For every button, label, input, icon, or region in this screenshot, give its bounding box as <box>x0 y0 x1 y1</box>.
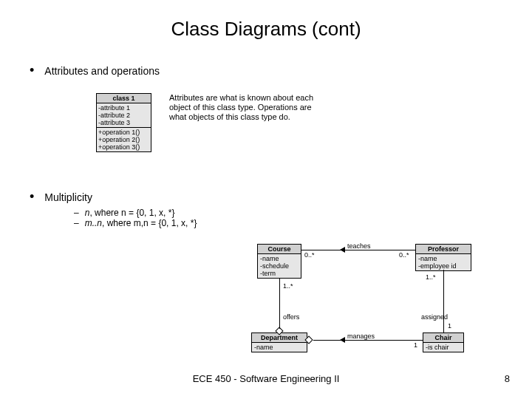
mult-1a: 1 <box>448 322 451 330</box>
figure-1-description: Attributes are what is known about each … <box>169 93 324 123</box>
course-attr-1: -name <box>260 255 299 262</box>
professor-name: Professor <box>416 245 471 254</box>
uml-class-box: class 1 -attribute 1 -attribute 2 -attri… <box>96 93 151 152</box>
mult-0s-1: 0..* <box>304 251 315 259</box>
sub1-rest: , where n = {0, 1, x, *} <box>89 208 174 218</box>
chair-attr-1: -is chair <box>426 344 461 351</box>
attr-1: -attribute 1 <box>98 104 149 112</box>
teaches-label: teaches <box>347 242 371 250</box>
op-1: +operation 1() <box>98 129 149 136</box>
professor-attr-1: -name <box>418 255 468 262</box>
figure-1-area: class 1 -attribute 1 -attribute 2 -attri… <box>96 93 532 152</box>
department-box: Department -name <box>251 332 307 352</box>
sub-bullet-1: – n, where n = {0, 1, x, *} <box>74 208 532 218</box>
sub2-italic: m..n <box>85 218 102 228</box>
mult-1s-1: 1..* <box>283 282 293 290</box>
bullet-2-row: • Multiplicity <box>0 189 532 205</box>
mult-1b: 1 <box>414 341 417 349</box>
uml-diagram-2: Course -name -schedule -term Professor -… <box>222 244 517 366</box>
bullet-dot: • <box>30 63 34 78</box>
dash-icon: – <box>74 208 79 218</box>
sub2-rest: , where m,n = {0, 1, x, *} <box>102 218 197 228</box>
chair-box: Chair -is chair <box>423 332 464 352</box>
op-2: +operation 2() <box>98 136 149 143</box>
mult-0s-2: 0..* <box>399 251 409 259</box>
sub-bullet-2: – m..n, where m,n = {0, 1, x, *} <box>74 218 532 228</box>
dash-icon: – <box>74 218 79 228</box>
op-3: +operation 3() <box>98 143 149 151</box>
course-box: Course -name -schedule -term <box>257 244 301 279</box>
mult-1s-2: 1..* <box>426 273 436 281</box>
department-attr-1: -name <box>254 344 304 351</box>
manages-line <box>313 340 423 341</box>
professor-box: Professor -name -employee id <box>415 244 471 271</box>
course-attr-3: -term <box>260 270 299 277</box>
course-attr-2: -schedule <box>260 262 299 270</box>
bullet-dot: • <box>30 189 34 205</box>
attr-3: -attribute 3 <box>98 119 149 126</box>
uml-operations: +operation 1() +operation 2() +operation… <box>97 127 151 151</box>
teaches-arrow-icon <box>340 247 345 253</box>
uml-attributes: -attribute 1 -attribute 2 -attribute 3 <box>97 103 151 127</box>
bullet-1-row: • Attributes and operations <box>0 63 532 78</box>
sub-bullet-list: – n, where n = {0, 1, x, *} – m..n, wher… <box>0 208 532 228</box>
teaches-line <box>301 250 415 250</box>
manages-label: manages <box>347 332 375 340</box>
uml-class-name: class 1 <box>97 94 151 103</box>
assigned-line <box>443 270 444 332</box>
offers-line <box>279 279 280 329</box>
course-name: Course <box>258 245 301 254</box>
attr-2: -attribute 2 <box>98 112 149 119</box>
bullet-2-text: Multiplicity <box>44 191 92 203</box>
professor-attr-2: -employee id <box>418 262 468 270</box>
footer-page-number: 8 <box>505 373 510 384</box>
bullet-1-text: Attributes and operations <box>44 65 160 77</box>
chair-name: Chair <box>423 333 463 343</box>
footer-course: ECE 450 - Software Engineering II <box>193 373 340 384</box>
offers-label: offers <box>283 313 299 321</box>
slide-title: Class Diagrams (cont) <box>0 18 532 41</box>
assigned-label: assigned <box>421 313 448 321</box>
manages-arrow-icon <box>340 337 345 343</box>
